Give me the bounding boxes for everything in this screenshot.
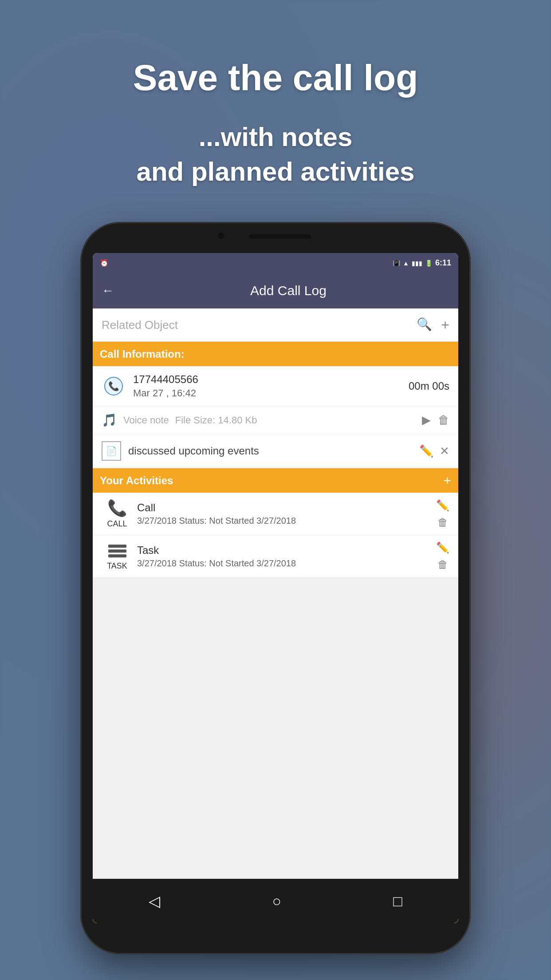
phone-call-icon: 📞 [104, 376, 124, 396]
status-bar: ⏰ 📳 ▲ ▮▮▮ 🔋 6:11 [93, 253, 458, 273]
voice-note-row: 🎵 Voice note File Size: 14.80 Kb ▶ 🗑 [93, 407, 458, 434]
edit-call-activity-button[interactable]: ✏️ [436, 499, 449, 512]
app-bar-title: Add Call Log [127, 283, 449, 298]
phone-body: ⏰ 📳 ▲ ▮▮▮ 🔋 6:11 ← Add Call Log [80, 222, 471, 954]
nav-bar: ◁ ○ □ [93, 879, 458, 923]
edit-note-button[interactable]: ✏️ [419, 444, 433, 458]
activity-call-title: Call [137, 502, 432, 514]
add-related-icon[interactable]: + [441, 317, 449, 333]
call-number: 17744405566 [133, 373, 409, 386]
activity-row-task: TASK Task 3/27/2018 Status: Not Started … [93, 535, 458, 577]
activity-call-meta: 3/27/2018 Status: Not Started 3/27/2018 [137, 516, 432, 526]
vibrate-icon: 📳 [393, 260, 400, 267]
delete-task-activity-button[interactable]: 🗑 [437, 558, 448, 571]
call-information-title: Call Information: [100, 348, 185, 360]
subheadline: ...with notes and planned activities [101, 120, 450, 189]
activity-row-call: 📞 CALL Call 3/27/2018 Status: Not Starte… [93, 493, 458, 535]
home-nav-icon[interactable]: ○ [272, 893, 281, 910]
search-icon[interactable]: 🔍 [417, 317, 432, 333]
page-content: Save the call log ...with notes and plan… [0, 0, 551, 980]
activity-call-actions: ✏️ 🗑 [436, 499, 449, 529]
call-date: Mar 27 , 16:42 [133, 387, 409, 399]
voice-note-actions: ▶ 🗑 [422, 413, 449, 427]
phone-mockup: ⏰ 📳 ▲ ▮▮▮ 🔋 6:11 ← Add Call Log [80, 222, 471, 954]
task-activity-label: TASK [107, 561, 127, 571]
status-left: ⏰ [100, 259, 109, 267]
activity-task-details: Task 3/27/2018 Status: Not Started 3/27/… [137, 544, 432, 569]
clock-icon: ⏰ [100, 259, 109, 267]
headline: Save the call log [98, 58, 454, 98]
svg-rect-4 [108, 554, 126, 557]
activity-call-details: Call 3/27/2018 Status: Not Started 3/27/… [137, 502, 432, 526]
task-activity-icon [107, 542, 127, 560]
notes-icon: 📄 [102, 441, 121, 461]
app-bar: ← Add Call Log [93, 273, 458, 308]
activity-task-icon-wrap: TASK [102, 542, 133, 571]
call-direction-icon: 📞 [102, 374, 126, 399]
call-activity-label: CALL [107, 519, 127, 529]
activity-task-actions: ✏️ 🗑 [436, 541, 449, 571]
wifi-icon: ▲ [403, 260, 409, 267]
delete-note-button[interactable]: ✕ [440, 444, 449, 458]
call-info-row: 📞 17744405566 Mar 27 , 16:42 00m 00s [93, 366, 458, 407]
related-object-bar[interactable]: Related Object 🔍 + [93, 308, 458, 342]
svg-rect-3 [108, 549, 126, 553]
svg-rect-2 [108, 545, 126, 548]
phone-speaker [249, 234, 311, 239]
notes-text: discussed upcoming events [128, 445, 419, 457]
recents-nav-icon[interactable]: □ [393, 893, 402, 910]
related-object-actions: 🔍 + [417, 317, 449, 333]
delete-voice-button[interactable]: 🗑 [438, 413, 449, 427]
call-information-header: Call Information: [93, 342, 458, 366]
phone-screen: ⏰ 📳 ▲ ▮▮▮ 🔋 6:11 ← Add Call Log [93, 253, 458, 923]
time-display: 6:11 [435, 258, 451, 268]
add-activity-button[interactable]: + [443, 473, 451, 488]
svg-text:📞: 📞 [108, 381, 119, 391]
phone-scrollable-content: Related Object 🔍 + Call Information: [93, 308, 458, 879]
voice-note-label: Voice note [123, 415, 169, 426]
notes-row: 📄 discussed upcoming events ✏️ ✕ [93, 434, 458, 468]
call-activity-icon: 📞 [107, 499, 127, 518]
activity-call-icon-wrap: 📞 CALL [102, 499, 133, 529]
activities-title: Your Activities [100, 474, 173, 487]
activity-task-meta: 3/27/2018 Status: Not Started 3/27/2018 [137, 558, 432, 569]
related-object-placeholder: Related Object [102, 318, 417, 332]
edit-task-activity-button[interactable]: ✏️ [436, 541, 449, 554]
call-duration: 00m 00s [409, 380, 449, 392]
voice-note-icon: 🎵 [102, 413, 117, 427]
activities-header: Your Activities + [93, 468, 458, 493]
call-details: 17744405566 Mar 27 , 16:42 [133, 373, 409, 399]
notes-actions: ✏️ ✕ [419, 444, 449, 458]
play-button[interactable]: ▶ [422, 413, 431, 427]
back-nav-icon[interactable]: ◁ [149, 892, 160, 910]
signal-icon: ▮▮▮ [412, 260, 422, 267]
status-right: 📳 ▲ ▮▮▮ 🔋 6:11 [393, 258, 451, 268]
phone-camera [218, 233, 224, 239]
battery-icon: 🔋 [425, 260, 433, 267]
back-button[interactable]: ← [102, 284, 114, 298]
file-size: File Size: 14.80 Kb [175, 415, 416, 426]
activity-task-title: Task [137, 544, 432, 557]
delete-call-activity-button[interactable]: 🗑 [437, 516, 448, 529]
